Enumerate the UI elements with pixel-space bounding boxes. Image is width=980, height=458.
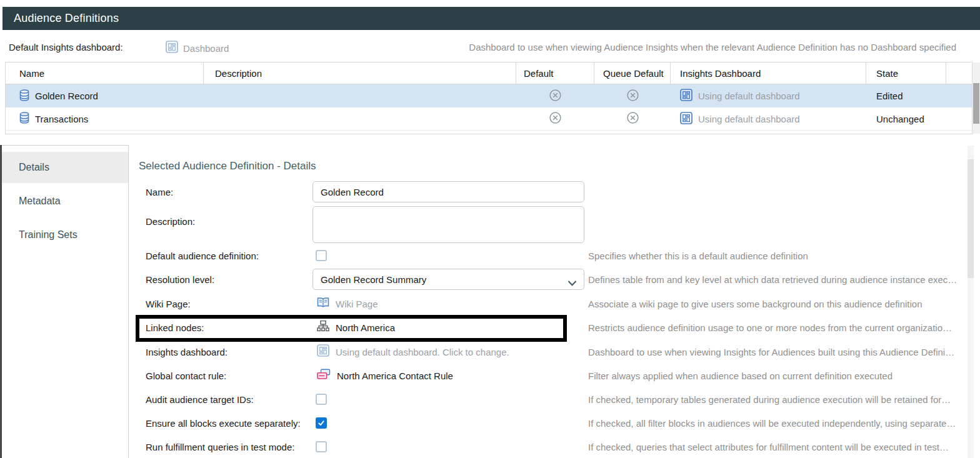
form-row-fulfillment-test-mode: Run fulfillment queries in test mode: If… (139, 435, 970, 458)
cell-name: Golden Record (6, 84, 204, 107)
audience-name: Golden Record (35, 91, 98, 101)
details-sidebar: Details Metadata Training Sets (2, 145, 129, 458)
linked-nodes-hint: Restricts audience definition usage to o… (588, 322, 952, 333)
insights-dashboard-value: Using default dashboard (698, 114, 800, 124)
wiki-page-value: Wiki Page (336, 299, 378, 309)
org-chart-icon (317, 321, 329, 335)
column-header-filler (946, 62, 972, 84)
panel-heading: Selected Audience Definition - Details (139, 160, 316, 172)
resolution-level-value: Golden Record Summary (321, 274, 426, 285)
audience-definitions-table: Name Description Default Queue Default I… (5, 62, 972, 134)
fulfillment-test-label: Run fulfillment queries in test mode: (146, 442, 294, 452)
cell-state: Unchanged (866, 107, 946, 130)
insights-dashboard-link[interactable]: Using default dashboard. Click to change… (317, 344, 509, 359)
column-header-queue-default[interactable]: Queue Default (594, 62, 671, 84)
form-row-name: Name: (139, 180, 970, 204)
chevron-down-icon (568, 277, 577, 288)
form-row-ensure-blocks-separate: Ensure all blocks execute separately: If… (139, 411, 970, 435)
column-header-insights-dashboard[interactable]: Insights Dashboard (671, 62, 866, 84)
table-header-row: Name Description Default Queue Default I… (6, 62, 972, 84)
cell-name: Transactions (6, 107, 204, 130)
wiki-page-link[interactable]: Wiki Page (317, 297, 378, 311)
cell-insights-dashboard[interactable]: Using default dashboard (671, 107, 866, 130)
cell-state: Edited (866, 84, 946, 107)
sidebar-item-label: Metadata (19, 196, 61, 207)
sidebar-item-label: Details (19, 162, 49, 173)
dashboard-icon (317, 344, 329, 359)
form-row-resolution-level: Resolution level: Golden Record Summary … (139, 267, 970, 291)
insights-dashboard-value: Using default dashboard (698, 91, 800, 101)
wiki-page-hint: Associate a wiki page to give users some… (588, 299, 922, 309)
description-input[interactable] (312, 206, 584, 243)
column-header-state[interactable]: State (866, 62, 946, 84)
form-row-default-definition: Default audience definition: Specifies w… (139, 244, 970, 267)
ensure-blocks-checkbox[interactable] (316, 417, 327, 429)
global-contact-rule-label: Global contact rule: (146, 371, 226, 381)
description-label: Description: (146, 216, 195, 227)
column-header-default[interactable]: Default (516, 62, 594, 84)
dashboard-icon (680, 112, 692, 126)
resolution-level-select[interactable]: Golden Record Summary (312, 269, 584, 290)
wiki-page-label: Wiki Page: (146, 299, 191, 309)
linked-nodes-link[interactable]: North America (317, 321, 395, 335)
sidebar-item-training-sets[interactable]: Training Sets (2, 219, 128, 251)
panel-scrollbar[interactable] (968, 146, 974, 458)
fulfillment-test-checkbox[interactable] (316, 441, 327, 452)
cell-insights-dashboard[interactable]: Using default dashboard (671, 84, 866, 107)
default-definition-checkbox[interactable] (316, 250, 327, 261)
insights-dashboard-value: Using default dashboard. Click to change… (336, 347, 509, 357)
dashboard-icon (680, 89, 692, 103)
table-scrollbar-thumb[interactable] (973, 83, 979, 124)
name-label: Name: (146, 187, 173, 197)
form-row-audit-target-ids: Audit audience target IDs: If checked, t… (139, 387, 970, 411)
insights-dashboard-label: Insights dashboard: (146, 347, 228, 357)
cell-default (516, 107, 594, 130)
default-insights-dashboard-label: Default Insights dashboard: (9, 42, 123, 52)
default-definition-label: Default audience definition: (146, 251, 259, 261)
insights-dashboard-hint: Dashboard to use when viewing Insights f… (588, 347, 954, 357)
audience-name: Transactions (35, 114, 88, 124)
circle-x-icon[interactable] (549, 89, 562, 104)
database-icon (19, 89, 29, 103)
panel-scrollbar-thumb[interactable] (968, 159, 974, 278)
audit-target-ids-hint: If checked, temporary tables generated d… (588, 394, 951, 405)
linked-nodes-value: North America (336, 322, 395, 333)
global-contact-rule-hint: Filter always applied when audience base… (588, 371, 892, 381)
column-header-name[interactable]: Name (6, 62, 204, 84)
cell-default (516, 84, 594, 107)
column-header-description[interactable]: Description (204, 62, 516, 84)
linked-nodes-label: Linked nodes: (146, 322, 204, 333)
ensure-blocks-label: Ensure all blocks execute separately: (146, 418, 301, 429)
cell-queue-default (594, 84, 671, 107)
ensure-blocks-hint: If checked, all filter blocks in audienc… (588, 418, 956, 429)
titlebar: Audience Definitions (2, 7, 980, 30)
circle-x-icon[interactable] (626, 111, 639, 126)
default-definition-hint: Specifies whether this is a default audi… (588, 251, 808, 261)
resolution-level-label: Resolution level: (146, 274, 214, 285)
global-contact-rule-value: North America Contact Rule (337, 371, 453, 381)
form-row-linked-nodes: Linked nodes: North America Restricts au… (139, 316, 970, 339)
page-title: Audience Definitions (2, 12, 119, 25)
audit-target-ids-checkbox[interactable] (316, 394, 327, 405)
table-row[interactable]: Transactions Using default dashboard Unc… (6, 107, 972, 131)
name-input[interactable] (312, 181, 584, 202)
wiki-page-icon (317, 297, 329, 311)
resolution-level-hint: Defines table from and key level at whic… (588, 274, 957, 285)
sidebar-item-label: Training Sets (19, 229, 78, 241)
sidebar-item-details[interactable]: Details (2, 152, 128, 183)
default-dashboard-hint: Dashboard to use when viewing Audience I… (469, 42, 956, 52)
circle-x-icon[interactable] (549, 111, 562, 126)
cell-queue-default (594, 107, 671, 130)
cell-description (204, 84, 516, 107)
sidebar-item-metadata[interactable]: Metadata (2, 186, 128, 217)
circle-x-icon[interactable] (626, 89, 639, 104)
cell-description (204, 107, 516, 130)
form-row-global-contact-rule: Global contact rule: North America Conta… (139, 364, 970, 387)
table-scrollbar[interactable] (972, 62, 980, 134)
table-row[interactable]: Golden Record Using default dashboard Ed… (6, 84, 972, 107)
form-row-insights-dashboard: Insights dashboard: Using default dashbo… (139, 340, 970, 364)
form-row-wiki-page: Wiki Page: Wiki Page Associate a wiki pa… (139, 292, 970, 316)
global-contact-rule-link[interactable]: North America Contact Rule (317, 369, 453, 382)
dashboard-icon (166, 41, 178, 56)
default-dashboard-picker[interactable]: Dashboard (166, 41, 229, 56)
